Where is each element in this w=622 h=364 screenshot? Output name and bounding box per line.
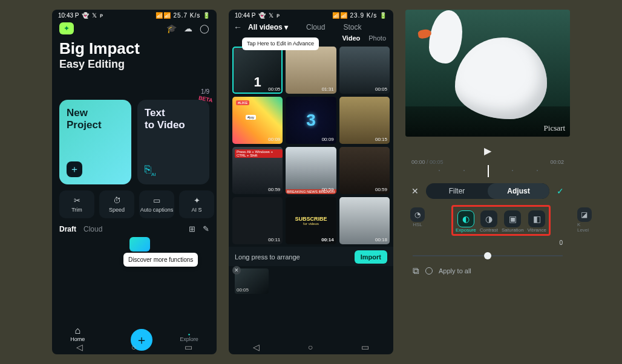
adjust-value: 0 xyxy=(559,239,563,246)
text-ai-icon: ⎘AI xyxy=(145,163,202,177)
video-thumb[interactable]: 00:18 xyxy=(339,197,390,244)
video-thumb[interactable]: SUBSCRIBEfor videos00:14 xyxy=(286,197,336,244)
tool-trim[interactable]: ✂Trim xyxy=(59,190,94,218)
android-recents[interactable]: ◁ xyxy=(76,342,83,352)
tab-draft[interactable]: Draft xyxy=(59,225,76,233)
selected-clip[interactable]: ✕ 00:05 xyxy=(235,268,269,294)
timeline-ruler[interactable] xyxy=(411,165,564,180)
close-icon[interactable]: ✕ xyxy=(409,186,421,196)
confirm-icon[interactable]: ✓ xyxy=(554,186,566,196)
video-preview[interactable]: Picsart xyxy=(405,10,570,137)
hero-subtitle: Easy Editing xyxy=(59,58,209,71)
compare-icon[interactable]: ⧉ xyxy=(413,265,419,276)
tool-speed[interactable]: ⏱Speed xyxy=(99,190,134,218)
source-all-videos[interactable]: All videos ▾ xyxy=(248,23,288,31)
discover-tooltip: Discover more functions xyxy=(123,253,198,267)
adjust-exposure[interactable]: ◐Exposure xyxy=(456,210,476,233)
video-thumb[interactable]: #LIKE#joy00:09 xyxy=(232,97,283,144)
video-thumb[interactable]: 00:15 xyxy=(339,97,390,144)
hero-pager: 1/9 xyxy=(201,88,209,95)
playhead[interactable] xyxy=(488,165,489,177)
video-thumb[interactable]: 00:11 xyxy=(232,197,283,244)
video-thumb[interactable]: 01:31 xyxy=(286,47,336,94)
feature-badge xyxy=(129,237,150,252)
video-thumb[interactable]: 00:59 xyxy=(339,147,390,194)
plus-icon: ＋ xyxy=(67,161,82,177)
tab-adjust[interactable]: Adjust xyxy=(488,183,549,199)
nav-home[interactable]: ⌂ Home xyxy=(70,325,85,342)
value-slider[interactable] xyxy=(413,250,563,262)
video-thumb[interactable]: 300:09 xyxy=(286,97,336,144)
new-project-card[interactable]: New Project ＋ xyxy=(59,100,131,184)
tab-cloud[interactable]: Cloud xyxy=(83,225,102,233)
apply-all-radio[interactable] xyxy=(425,267,433,275)
subtab-photo[interactable]: Photo xyxy=(368,34,386,42)
adjust-vibrance[interactable]: ◧Vibrance xyxy=(528,210,546,233)
edit-icon[interactable]: ✎ xyxy=(203,224,209,233)
academy-icon[interactable]: 🎓 xyxy=(166,24,177,33)
grid-icon[interactable]: ⊞ xyxy=(189,224,195,233)
video-thumb[interactable]: BREAKING NEWS BREAKIN00:59 xyxy=(286,147,336,194)
nav-explore[interactable]: ● Explore xyxy=(180,333,198,342)
android-back[interactable]: ▭ xyxy=(361,342,369,352)
screen-adjust: Picsart ▶ 00:00 / 00:05 00:02 ✕ Filter A… xyxy=(405,10,570,354)
screen-home: 10:43 P 👻 𝕏 ᴘ 📶📶 25.7 K/s 🔋 ✦ 🎓 ☁ ◯ Big … xyxy=(52,10,217,354)
video-thumb[interactable]: 00:05 xyxy=(339,47,390,94)
profile-icon[interactable]: ◯ xyxy=(200,24,209,33)
android-home[interactable]: ○ xyxy=(308,342,313,352)
edit-advance-tip: Tap Here to Edit in Advance xyxy=(242,37,319,50)
status-bar: 10:44 P 👻 𝕏 ᴘ 📶📶 23.9 K/s 🔋 xyxy=(229,10,393,20)
option-klevel[interactable]: ◪K Level xyxy=(577,207,592,233)
video-thumb[interactable]: Press Alt + Windows + CTRL + Shift00:59 xyxy=(232,147,283,194)
android-home[interactable]: ○ xyxy=(131,342,136,352)
text-to-video-card[interactable]: BETA Text to Video ⎘AI xyxy=(137,100,209,184)
app-logo[interactable]: ✦ xyxy=(59,22,74,34)
remove-clip-icon[interactable]: ✕ xyxy=(232,266,241,275)
arrange-hint: Long press to arrange xyxy=(235,253,300,261)
watermark: Picsart xyxy=(544,123,565,133)
play-button[interactable]: ▶ xyxy=(405,145,570,157)
source-stock[interactable]: Stock xyxy=(343,23,361,31)
android-recents[interactable]: ◁ xyxy=(253,342,260,352)
tool-ai-s[interactable]: ✦AI S xyxy=(179,190,214,218)
tool-auto-captions[interactable]: ▭Auto captions xyxy=(139,190,174,218)
video-thumb[interactable]: 100:05 xyxy=(232,47,283,94)
adjust-saturation[interactable]: ▣Saturation xyxy=(502,210,523,233)
hero-banner[interactable]: Big Impact Easy Editing 1/9 xyxy=(52,41,217,95)
adjust-contrast[interactable]: ◑Contrast xyxy=(480,210,498,233)
option-hsl[interactable]: ◔HSL xyxy=(410,207,425,227)
screen-import: 10:44 P 👻 𝕏 ᴘ 📶📶 23.9 K/s 🔋 ← All videos… xyxy=(229,10,393,354)
android-back[interactable]: ▭ xyxy=(185,342,192,352)
status-bar: 10:43 P 👻 𝕏 ᴘ 📶📶 25.7 K/s 🔋 xyxy=(52,10,217,20)
highlighted-adjust-group: ◐Exposure◑Contrast▣Saturation◧Vibrance xyxy=(451,205,551,236)
tab-filter[interactable]: Filter xyxy=(426,183,488,199)
subtab-video[interactable]: Video xyxy=(342,34,360,42)
back-icon[interactable]: ← xyxy=(234,22,242,32)
quick-tools-row[interactable]: ✂Trim⏱Speed▭Auto captions✦AI S xyxy=(52,187,217,219)
apply-all-label[interactable]: Apply to all xyxy=(439,267,471,275)
source-cloud[interactable]: Cloud xyxy=(306,23,325,31)
cloud-icon[interactable]: ☁ xyxy=(184,24,192,33)
import-button[interactable]: Import xyxy=(355,250,387,264)
hero-title: Big Impact xyxy=(59,41,209,57)
